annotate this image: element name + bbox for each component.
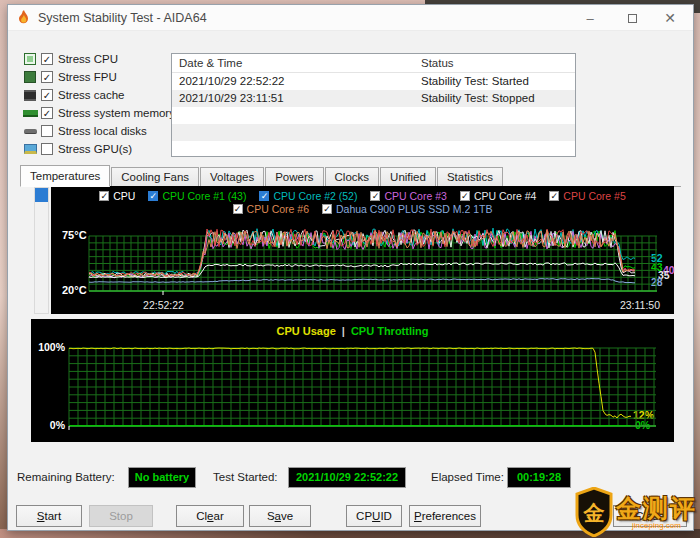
jinceping-shield-icon: 金 [575,487,613,537]
stress-option-stress-cpu: ✓Stress CPU [21,50,175,68]
temperature-graph-panel: ✓CPU✓CPU Core #1 (43)✓CPU Core #2 (52)✓C… [51,186,674,314]
event-log-table: Date & TimeStatus2021/10/29 22:52:22Stab… [171,53,576,157]
temp-axis-end-time: 23:11:50 [620,299,660,311]
tab-temperatures[interactable]: Temperatures [20,165,110,187]
tab-powers[interactable]: Powers [265,167,323,186]
legend-item-dahua-c900-plus-ssd-m-2-1tb: ✓Dahua C900 PLUS SSD M.2 1TB [322,203,492,215]
series-cpu [89,263,635,278]
log-empty-row [172,124,575,141]
minimize-button[interactable]: – [571,5,609,31]
legend-checkbox-cpu-core-6[interactable]: ✓ [233,204,243,214]
temp-graph-scrollbar-thumb[interactable] [35,188,48,202]
stress-option-stress-cache: ✓Stress cache [21,86,175,104]
save-button[interactable]: Save [249,505,311,527]
checkbox-stress-system-memory[interactable]: ✓ [41,107,53,119]
fpu-icon [24,71,36,83]
stress-option-stress-fpu: ✓Stress FPU [21,68,175,86]
log-cell-date-time: 2021/10/29 23:11:51 [172,90,417,107]
remaining-battery-label: Remaining Battery: [17,471,115,483]
usage-title-part: CPU Usage [277,325,336,337]
test-started-value: 2021/10/29 22:52:22 [288,467,406,488]
preferences-button[interactable]: Preferences [409,505,481,527]
start-button[interactable]: Start [16,505,82,527]
log-empty-row [172,107,575,124]
series-cpu-usage [69,348,631,418]
remaining-battery-value: No battery [128,467,196,488]
usage-axis-min-label: 0% [33,419,65,431]
tab-statistics[interactable]: Statistics [437,167,503,186]
temp-graph-scrollbar[interactable] [34,187,49,314]
stress-option-stress-local-disks: Stress local disks [21,122,175,140]
series-cpu-core-2 [89,228,635,275]
legend-label: CPU Core #5 [563,190,625,202]
tab-bar: TemperaturesCooling FansVoltagesPowersCl… [20,165,681,187]
checkbox-stress-cpu[interactable]: ✓ [41,53,53,65]
usage-graph-title: CPU Usage|CPU Throttling [31,325,674,337]
legend-item-cpu-core-3: ✓CPU Core #3 [370,190,446,202]
log-cell-date-time [172,107,417,124]
cache-icon [24,90,36,101]
temp-legend-row2: ✓CPU Core #6✓Dahua C900 PLUS SSD M.2 1TB [51,203,674,215]
temp-axis-start-time: 22:52:22 [126,299,201,311]
tab-voltages[interactable]: Voltages [200,167,264,186]
legend-item-cpu-core-1-43: ✓CPU Core #1 (43) [148,190,246,202]
stress-option-label: Stress CPU [58,53,118,65]
legend-label: CPU Core #4 [474,190,536,202]
legend-item-cpu-core-5: ✓CPU Core #5 [549,190,625,202]
legend-checkbox-cpu[interactable]: ✓ [99,191,109,201]
gpu-icon [24,144,37,154]
temp-axis-min-label: 20°C [62,284,87,296]
legend-checkbox-cpu-core-3[interactable]: ✓ [370,191,380,201]
clear-button[interactable]: Clear [176,505,244,527]
tab-cooling-fans[interactable]: Cooling Fans [111,167,199,186]
maximize-icon [628,14,637,23]
cpuid-button[interactable]: CPUID [346,505,402,527]
log-entry-row[interactable]: 2021/10/29 22:52:22Stability Test: Start… [172,73,575,90]
log-cell-date-time: 2021/10/29 22:52:22 [172,73,417,90]
stress-option-stress-system-memory: ✓Stress system memory [21,104,175,122]
log-col-date-time: Date & Time [172,54,417,72]
log-cell-date-time [172,124,417,141]
memory-icon [23,110,38,117]
log-entry-row[interactable]: 2021/10/29 23:11:51Stability Test: Stopp… [172,90,575,107]
log-cell-status [417,141,575,157]
watermark-url: jinceping.com [632,521,681,530]
legend-checkbox-cpu-core-5[interactable]: ✓ [549,191,559,201]
legend-label: CPU Core #2 (52) [273,190,357,202]
cpu-usage-chart [31,319,674,442]
legend-checkbox-cpu-core-1-43[interactable]: ✓ [148,191,158,201]
usage-title-part: | [342,325,345,337]
legend-label: CPU [113,190,135,202]
close-window-button[interactable]: ✕ [651,5,689,31]
checkbox-stress-gpu-s[interactable] [41,143,53,155]
stress-option-label: Stress FPU [58,71,117,83]
legend-checkbox-dahua-c900-plus-ssd-m-2-1tb[interactable]: ✓ [322,204,332,214]
stress-option-label: Stress local disks [58,125,147,137]
maximize-button[interactable] [613,5,651,31]
tab-unified[interactable]: Unified [380,167,436,186]
legend-item-cpu: ✓CPU [99,190,135,202]
series-cpu-core-3 [89,231,635,277]
legend-checkbox-cpu-core-2-52[interactable]: ✓ [259,191,269,201]
log-cell-status: Stability Test: Started [417,73,575,90]
elapsed-time-label: Elapsed Time: [431,471,504,483]
log-empty-row [172,141,575,157]
checkbox-stress-local-disks[interactable] [41,125,53,137]
series-cpu-core-6 [89,231,635,277]
aida64-flame-icon [17,10,31,25]
legend-label: CPU Core #6 [247,203,309,215]
test-started-label: Test Started: [213,471,278,483]
legend-checkbox-cpu-core-4[interactable]: ✓ [460,191,470,201]
stress-options-list: ✓Stress CPU✓Stress FPU✓Stress cache✓Stre… [21,50,175,158]
window-title: System Stability Test - AIDA64 [38,11,207,25]
series-cpu-core-5 [89,229,635,276]
tab-clocks[interactable]: Clocks [325,167,380,186]
jinceping-watermark: 金 金测评 jinceping.com [575,487,697,537]
checkbox-stress-fpu[interactable]: ✓ [41,71,53,83]
title-bar[interactable]: System Stability Test - AIDA64 – ✕ [8,5,693,31]
checkbox-stress-cache[interactable]: ✓ [41,89,53,101]
usage-end-label-0: 0% [635,420,650,431]
series-dahua-c900-plus-ssd-m-2-1tb [89,279,635,283]
log-header-row: Date & TimeStatus [172,54,575,73]
usage-axis-max-label: 100% [33,341,65,353]
